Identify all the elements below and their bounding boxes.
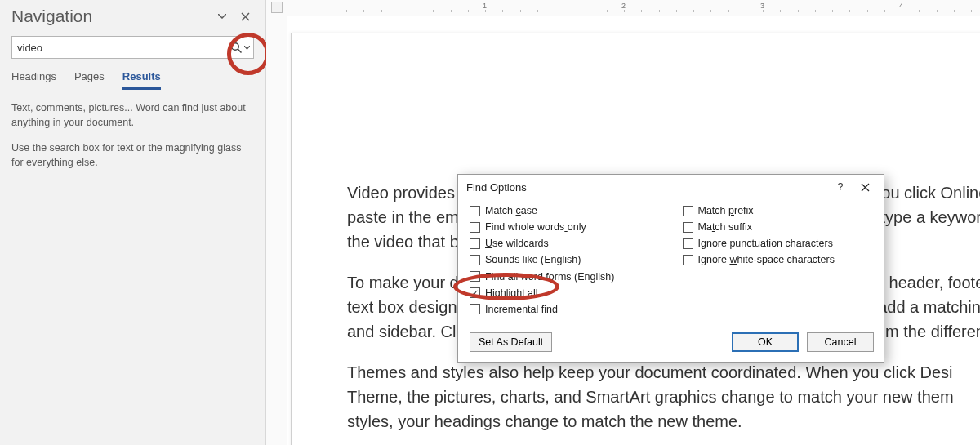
ruler-number: 1 [483, 2, 487, 10]
pane-options-button[interactable] [213, 7, 231, 25]
checkbox-icon [683, 222, 693, 233]
close-icon [241, 12, 250, 21]
option-label: Incremental find [485, 302, 558, 317]
vertical-ruler[interactable] [266, 16, 287, 445]
option-match-case[interactable]: Match case [470, 202, 660, 219]
checkbox-icon [470, 206, 480, 216]
search-box[interactable] [11, 36, 254, 59]
nav-tabs: HeadingsPagesResults [0, 65, 265, 90]
tab-results[interactable]: Results [122, 67, 161, 90]
dialog-options-left: Match caseFind whole words onlyUse wildc… [470, 202, 660, 318]
close-pane-button[interactable] [236, 7, 254, 25]
checkbox-icon [470, 271, 480, 282]
option-ignore-punctuation-characters[interactable]: Ignore punctuation characters [683, 235, 873, 251]
checkbox-icon [470, 222, 480, 233]
option-find-all-word-forms-english-[interactable]: Find all word forms (English) [470, 269, 660, 285]
option-label: Ignore punctuation characters [698, 236, 833, 251]
ruler-number: 2 [621, 2, 626, 10]
cancel-button[interactable]: Cancel [807, 332, 874, 352]
checkbox-icon [683, 255, 693, 265]
option-find-whole-words-only[interactable]: Find whole words only [470, 219, 660, 235]
option-match-suffix[interactable]: Match suffix [683, 219, 873, 235]
search-options-button[interactable] [230, 42, 253, 54]
tab-pages[interactable]: Pages [74, 67, 105, 90]
dialog-help-button[interactable]: ? [828, 178, 853, 196]
option-label: Match suffix [698, 220, 752, 234]
tab-headings[interactable]: Headings [11, 67, 56, 90]
find-options-dialog: Find Options ? Match caseFind whole word… [457, 174, 884, 363]
option-highlight-all[interactable]: ✓Highlight all [470, 285, 660, 301]
ruler-number: 4 [899, 2, 903, 10]
svg-point-0 [232, 42, 239, 50]
dialog-options-right: Match prefixMatch suffixIgnore punctuati… [683, 202, 873, 318]
chevron-down-icon [244, 46, 250, 50]
option-sounds-like-english-[interactable]: Sounds like (English) [470, 251, 660, 268]
option-label: Highlight all [485, 286, 538, 300]
nav-hint-text: Text, comments, pictures... Word can fin… [0, 90, 265, 170]
option-label: Find all word forms (English) [485, 269, 614, 284]
close-icon [861, 183, 870, 192]
ok-button[interactable]: OK [732, 332, 799, 352]
hint-line: Text, comments, pictures... Word can fin… [11, 101, 249, 130]
option-label: Sounds like (English) [485, 252, 581, 267]
checkbox-icon: ✓ [470, 287, 480, 298]
hint-line: Use the search box for text or the magni… [11, 141, 249, 170]
dialog-title: Find Options [466, 181, 828, 194]
option-incremental-find[interactable]: Incremental find [470, 301, 660, 318]
horizontal-ruler[interactable]: 12345 [266, 0, 980, 16]
checkbox-icon [470, 304, 480, 314]
option-label: Use wildcards [485, 236, 549, 251]
option-label: Find whole words only [485, 220, 586, 234]
ruler-corner[interactable] [271, 2, 283, 13]
checkbox-icon [683, 238, 693, 249]
svg-line-1 [238, 49, 241, 52]
option-match-prefix[interactable]: Match prefix [683, 202, 873, 219]
option-label: Match case [485, 203, 537, 218]
navigation-pane: Navigation HeadingsPagesResults Text, co… [0, 0, 266, 445]
option-ignore-white-space-characters[interactable]: Ignore white-space characters [683, 251, 873, 268]
navigation-title: Navigation [11, 7, 208, 26]
doc-paragraph: Themes and styles also help keep your do… [347, 360, 980, 434]
option-label: Match prefix [698, 203, 754, 218]
dialog-titlebar[interactable]: Find Options ? [458, 175, 884, 199]
chevron-down-icon [218, 14, 226, 19]
ruler-number: 3 [760, 2, 764, 10]
search-icon [230, 42, 243, 54]
option-label: Ignore white-space characters [698, 252, 835, 267]
checkbox-icon [683, 206, 693, 216]
dialog-close-button[interactable] [853, 178, 877, 196]
option-use-wildcards[interactable]: Use wildcards [470, 235, 660, 251]
search-input[interactable] [12, 38, 230, 57]
set-as-default-button[interactable]: Set As Default [470, 332, 552, 352]
checkbox-icon [470, 255, 480, 265]
checkbox-icon [470, 238, 480, 249]
